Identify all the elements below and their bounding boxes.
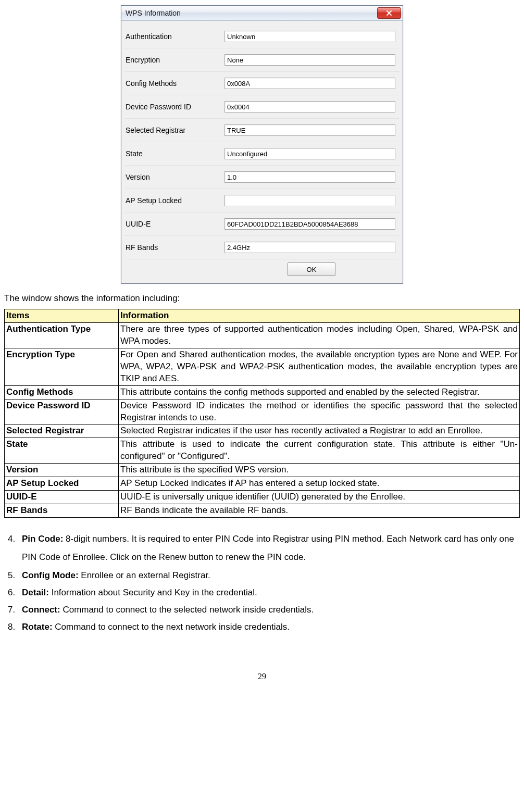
table-term: Version (5, 464, 119, 477)
intro-text: The window shows the information includi… (4, 293, 520, 304)
field-label: UUID-E (124, 220, 224, 228)
table-term: Device Password ID (5, 399, 119, 424)
table-term: Encryption Type (5, 348, 119, 385)
ok-button[interactable]: OK (288, 263, 335, 276)
table-row: Encryption TypeFor Open and Shared authe… (5, 348, 520, 385)
table-desc: Selected Registrar indicates if the user… (119, 424, 520, 438)
table-term: UUID-E (5, 491, 119, 504)
table-term: RF Bands (5, 504, 119, 518)
field-row: Authentication (124, 25, 400, 48)
list-item: Rotate: Command to connect to the next n… (18, 618, 518, 635)
table-term: Authentication Type (5, 322, 119, 348)
table-desc: UUID-E is universally unique identifier … (119, 491, 520, 504)
field-label: State (124, 149, 224, 158)
table-term: AP Setup Locked (5, 477, 119, 491)
field-label: Encryption (124, 56, 224, 64)
numbered-list: Pin Code: 8-digit numbers. It is require… (4, 530, 520, 635)
field-row: Version (124, 166, 400, 189)
ap-setup-locked-input[interactable] (224, 195, 395, 206)
page-number: 29 (4, 672, 520, 681)
field-row: AP Setup Locked (124, 189, 400, 213)
rf-bands-input[interactable] (224, 242, 395, 253)
list-item-desc: 8-digit numbers. It is required to enter… (22, 534, 514, 562)
table-row: VersionThis attribute is the specified W… (5, 464, 520, 477)
config-methods-input[interactable] (224, 78, 395, 89)
table-desc: RF Bands indicate the available RF bands… (119, 504, 520, 518)
wps-information-dialog: WPS Information Authentication Encryptio… (121, 5, 403, 284)
dialog-titlebar: WPS Information (121, 6, 403, 21)
field-row: Device Password ID (124, 95, 400, 119)
field-row: UUID-E (124, 213, 400, 236)
field-row: State (124, 142, 400, 166)
list-item-title: Rotate: (22, 622, 53, 632)
field-row: RF Bands (124, 236, 400, 259)
table-row: Config MethodsThis attribute contains th… (5, 385, 520, 399)
state-input[interactable] (224, 148, 395, 159)
table-row: RF BandsRF Bands indicate the available … (5, 504, 520, 518)
authentication-input[interactable] (224, 31, 395, 42)
field-label: Authentication (124, 32, 224, 41)
version-input[interactable] (224, 171, 395, 183)
list-item-desc: Command to connect to the next network i… (53, 622, 290, 632)
table-desc: AP Setup Locked indicates if AP has ente… (119, 477, 520, 491)
table-term: Config Methods (5, 385, 119, 399)
list-item-title: Connect: (22, 605, 60, 615)
close-icon (386, 10, 392, 16)
selected-registrar-input[interactable] (224, 124, 395, 136)
table-desc: This attribute contains the config metho… (119, 385, 520, 399)
list-item-title: Config Mode: (22, 570, 79, 580)
field-label: Device Password ID (124, 103, 224, 111)
encryption-input[interactable] (224, 54, 395, 66)
list-item: Config Mode: Enrollee or an external Reg… (18, 567, 518, 584)
list-item: Pin Code: 8-digit numbers. It is require… (18, 530, 518, 567)
uuid-e-input[interactable] (224, 218, 395, 230)
list-item-desc: Information about Security and Key in th… (49, 588, 257, 597)
table-desc: For Open and Shared authentication modes… (119, 348, 520, 385)
device-password-id-input[interactable] (224, 101, 395, 113)
field-label: AP Setup Locked (124, 196, 224, 205)
table-row: Selected RegistrarSelected Registrar ind… (5, 424, 520, 438)
field-label: Selected Registrar (124, 126, 224, 134)
table-row: Authentication TypeThere are three types… (5, 322, 520, 348)
field-label: RF Bands (124, 243, 224, 252)
table-row: AP Setup LockedAP Setup Locked indicates… (5, 477, 520, 491)
list-item-title: Pin Code: (22, 534, 63, 544)
table-row: Device Password IDDevice Password ID ind… (5, 399, 520, 424)
table-desc: This attribute is used to indicate the c… (119, 438, 520, 464)
table-row: UUID-EUUID-E is universally unique ident… (5, 491, 520, 504)
table-header-information: Information (119, 309, 520, 323)
list-item-title: Detail: (22, 588, 49, 597)
info-table: Items Information Authentication TypeThe… (4, 309, 520, 518)
dialog-title: WPS Information (126, 9, 181, 17)
field-row: Config Methods (124, 72, 400, 95)
table-term: State (5, 438, 119, 464)
table-desc: Device Password ID indicates the method … (119, 399, 520, 424)
close-button[interactable] (377, 7, 401, 19)
field-row: Selected Registrar (124, 119, 400, 142)
table-row: StateThis attribute is used to indicate … (5, 438, 520, 464)
table-term: Selected Registrar (5, 424, 119, 438)
table-header-items: Items (5, 309, 119, 323)
table-desc: This attribute is the specified WPS vers… (119, 464, 520, 477)
list-item: Detail: Information about Security and K… (18, 584, 518, 601)
list-item-desc: Command to connect to the selected netwo… (60, 605, 314, 615)
table-desc: There are three types of supported authe… (119, 322, 520, 348)
dialog-body: Authentication Encryption Config Methods… (121, 21, 403, 283)
field-label: Version (124, 173, 224, 181)
field-label: Config Methods (124, 79, 224, 88)
field-row: Encryption (124, 48, 400, 72)
list-item-desc: Enrollee or an external Registrar. (79, 570, 210, 580)
list-item: Connect: Command to connect to the selec… (18, 601, 518, 618)
